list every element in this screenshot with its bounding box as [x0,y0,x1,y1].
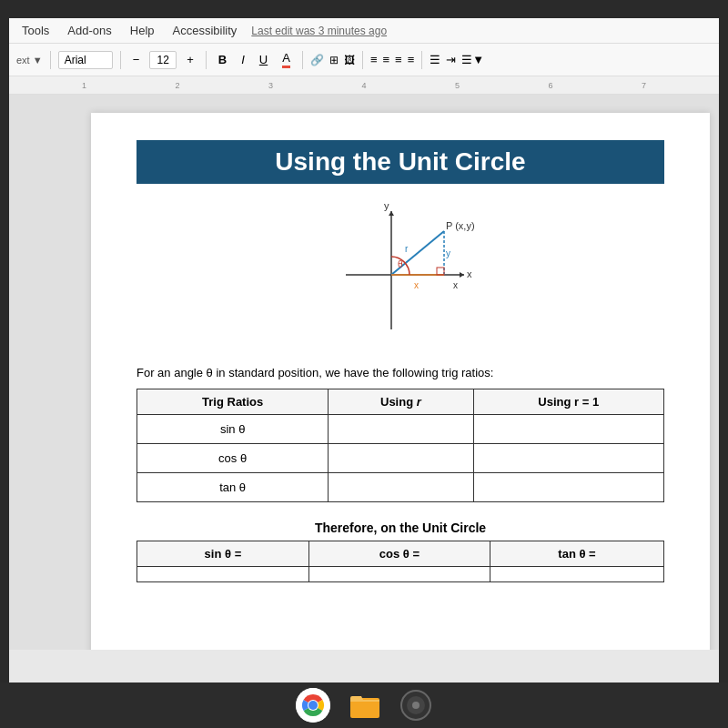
ruler-mark-1: 1 [82,81,86,90]
svg-text:x: x [414,280,419,290]
svg-marker-2 [460,272,464,278]
taskbar [0,682,728,728]
menu-bar: Tools Add-ons Help Accessibility Last ed… [9,18,719,44]
svg-text:P (x,y): P (x,y) [446,220,475,231]
underline-button[interactable]: U [255,51,272,68]
page-background: Tools Add-ons Help Accessibility Last ed… [9,18,719,682]
toolbar-divider-5 [362,51,363,69]
trig-cos-label: cos θ [137,444,329,473]
folder-icon[interactable] [349,689,381,722]
trig-row-cos: cos θ [137,444,664,473]
uc-header-cos: cos θ = [308,541,490,567]
uc-tan-val [490,567,664,582]
toolbar-divider-2 [120,51,121,69]
document-page: Using the Unit Circle [91,113,710,650]
list-icon[interactable]: ☰ [430,53,440,66]
trig-row-tan: tan θ [137,473,664,502]
therefore-title: Therefore, on the Unit Circle [136,521,664,535]
svg-text:y: y [446,248,450,258]
uc-header-sin: sin θ = [137,541,309,567]
ruler-mark-3: 3 [268,81,273,90]
align-right-icon[interactable]: ≡ [395,53,402,66]
svg-text:x: x [467,268,472,279]
ruler: 1 2 3 4 5 6 7 [9,76,719,95]
font-size-decrease[interactable]: − [128,51,145,68]
screen-container: Tools Add-ons Help Accessibility Last ed… [0,0,728,728]
svg-text:r: r [405,244,409,254]
trig-header-using-r: Using r [329,389,473,415]
uc-sin-val [137,567,309,582]
document-title: Using the Unit Circle [136,140,664,184]
ruler-marks: 1 2 3 4 5 6 7 [64,81,664,90]
uc-cos-val [308,567,490,582]
more-icon[interactable]: ☰▼ [461,53,484,66]
text-color-button[interactable]: A [278,49,295,70]
menu-addons[interactable]: Add-ons [64,22,115,39]
ruler-mark-6: 6 [548,81,552,90]
align-justify-icon[interactable]: ≡ [408,53,415,66]
svg-point-18 [308,701,318,710]
last-edit-label: Last edit was 3 minutes ago [251,25,387,37]
trig-row-sin: sin θ [137,415,664,444]
text-color-label: A [282,51,290,65]
ruler-mark-2: 2 [175,81,179,90]
unit-circle-table: sin θ = cos θ = tan θ = [136,541,664,582]
trig-sin-r [329,415,473,444]
trig-header-ratios: Trig Ratios [137,389,329,415]
ruler-mark-4: 4 [361,81,366,90]
svg-marker-3 [389,211,394,216]
toolbar-divider-6 [421,51,422,69]
svg-text:θ: θ [398,259,403,269]
launcher-icon[interactable] [399,689,432,722]
ruler-mark-7: 7 [642,81,646,90]
ruler-mark-5: 5 [455,81,460,90]
toolbar-divider-1 [50,51,51,69]
menu-accessibility[interactable]: Accessibility [169,22,241,39]
text-color-underline [282,66,290,68]
chrome-icon[interactable] [296,688,330,723]
trig-tan-r [329,473,473,502]
uc-header-tan: tan θ = [490,541,664,567]
trig-cos-r1 [473,444,663,473]
therefore-section: Therefore, on the Unit Circle sin θ = co… [136,521,664,582]
font-size-input[interactable]: 12 [149,51,177,69]
font-selector[interactable]: Arial [58,51,113,69]
table-icon[interactable]: ⊞ [329,54,339,66]
menu-tools[interactable]: Tools [18,22,53,39]
svg-text:y: y [384,202,389,211]
trig-sin-label: sin θ [137,415,329,444]
indent-icon[interactable]: ⇥ [446,53,456,66]
scroll-area[interactable]: Using the Unit Circle [9,95,719,650]
font-ext-indicator: ext ▼ [16,55,43,66]
diagram-container: y x P (x,y) r y x θ x [136,202,664,348]
menu-help[interactable]: Help [126,22,158,39]
intro-text: For an angle θ in standard position, we … [136,366,664,379]
italic-button[interactable]: I [237,51,249,68]
link-icon[interactable]: 🔗 [310,54,324,66]
align-center-icon[interactable]: ≡ [382,53,389,66]
align-left-icon[interactable]: ≡ [370,53,378,66]
svg-point-22 [412,702,420,709]
unit-circle-diagram: y x P (x,y) r y x θ x [318,202,482,348]
trig-ratios-table: Trig Ratios Using r Using r = 1 sin θ co [136,389,664,502]
font-size-increase[interactable]: + [182,51,198,68]
trig-tan-label: tan θ [137,473,329,502]
image-icon[interactable]: 🖼 [344,54,355,66]
svg-text:x: x [453,280,458,290]
svg-rect-14 [437,268,444,275]
trig-header-using-r1: Using r = 1 [473,389,663,415]
toolbar-divider-4 [302,51,303,69]
trig-sin-r1 [473,415,663,444]
toolbar-divider-3 [206,51,207,69]
toolbar: ext ▼ Arial − 12 + B I U A 🔗 ⊞ 🖼 ≡ ≡ ≡ [9,44,719,76]
bold-button[interactable]: B [214,51,231,68]
trig-cos-r [329,444,473,473]
trig-tan-r1 [473,473,663,502]
uc-row [137,567,664,582]
